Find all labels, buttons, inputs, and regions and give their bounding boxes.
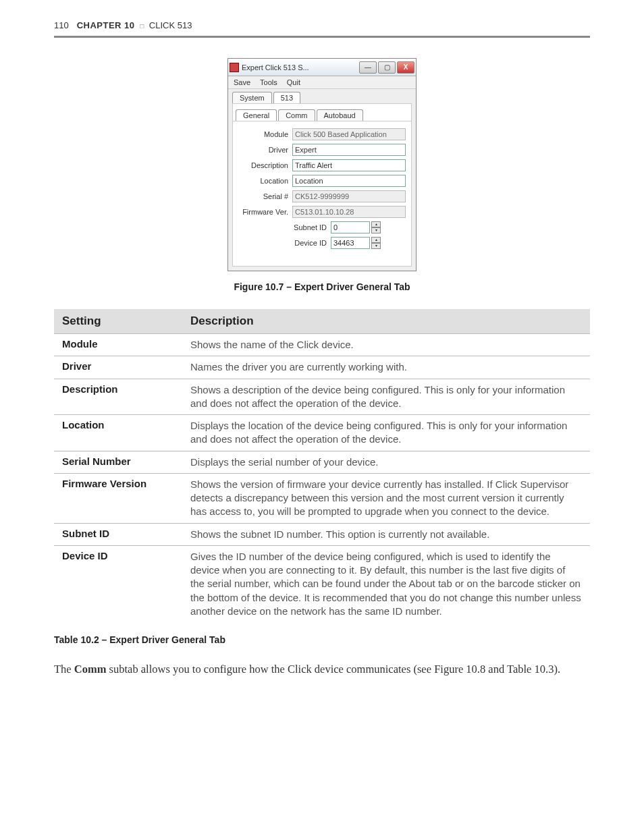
table-row: ModuleShows the name of the Click device… xyxy=(54,334,590,356)
window-buttons: — ▢ X xyxy=(359,61,414,74)
subnet-input[interactable]: 0 xyxy=(331,221,370,233)
table-row: Device IDGives the ID number of the devi… xyxy=(54,545,590,622)
app-icon xyxy=(230,63,239,72)
minimize-button[interactable]: — xyxy=(359,61,377,74)
subnet-down-icon[interactable]: ▾ xyxy=(371,227,381,233)
section-label: CLICK 513 xyxy=(149,20,192,30)
chapter-label: CHAPTER 10 xyxy=(77,20,135,30)
serial-label: Serial # xyxy=(238,192,292,200)
firmware-label: Firmware Ver. xyxy=(238,208,292,216)
page-number: 110 xyxy=(54,20,74,30)
tab-autobaud[interactable]: Autobaud xyxy=(317,109,363,121)
form-area: Module Click 500 Based Application Drive… xyxy=(233,121,411,266)
app-window: Expert Click 513 S... — ▢ X Save Tools Q… xyxy=(227,58,417,271)
firmware-value: C513.01.10.10.28 xyxy=(292,206,406,218)
table-row: DescriptionShows a description of the de… xyxy=(54,379,590,415)
table-row: Firmware VersionShows the version of fir… xyxy=(54,473,590,523)
module-label: Module xyxy=(238,130,292,138)
table-row: DriverNames the driver you are currently… xyxy=(54,356,590,379)
serial-value: CK512-9999999 xyxy=(292,190,406,202)
driver-label: Driver xyxy=(238,146,292,154)
subnet-label: Subnet ID xyxy=(263,223,331,231)
device-up-icon[interactable]: ▴ xyxy=(371,237,381,243)
tab-comm[interactable]: Comm xyxy=(278,109,315,121)
tab-general[interactable]: General xyxy=(236,109,277,121)
device-label: Device ID xyxy=(263,239,331,247)
inner-tab-row: General Comm Autobaud xyxy=(233,107,411,121)
outer-tab-row: System 513 xyxy=(228,89,416,103)
menu-tools[interactable]: Tools xyxy=(260,78,277,86)
page-header: 110 CHAPTER 10 □ CLICK 513 xyxy=(54,20,590,38)
table-row: Subnet IDShows the subnet ID number. Thi… xyxy=(54,523,590,545)
location-label: Location xyxy=(238,177,292,185)
description-input[interactable]: Traffic Alert xyxy=(292,159,406,171)
description-label: Description xyxy=(238,161,292,169)
window-title: Expert Click 513 S... xyxy=(242,63,359,72)
table-caption: Table 10.2 – Expert Driver General Tab xyxy=(54,634,590,645)
device-down-icon[interactable]: ▾ xyxy=(371,243,381,249)
table-row: LocationDisplays the location of the dev… xyxy=(54,415,590,451)
menu-save[interactable]: Save xyxy=(234,78,250,86)
driver-input[interactable]: Expert xyxy=(292,144,406,156)
window-titlebar: Expert Click 513 S... — ▢ X xyxy=(228,59,416,76)
bold-comm: Comm xyxy=(74,663,107,675)
menu-quit[interactable]: Quit xyxy=(287,78,300,86)
module-value: Click 500 Based Application xyxy=(292,128,406,140)
col-setting: Setting xyxy=(54,309,182,334)
col-description: Description xyxy=(182,309,590,334)
maximize-button[interactable]: ▢ xyxy=(378,61,396,74)
menu-bar: Save Tools Quit xyxy=(228,76,416,89)
tab-system[interactable]: System xyxy=(232,92,272,103)
divider-icon: □ xyxy=(140,22,144,30)
figure-wrapper: Expert Click 513 S... — ▢ X Save Tools Q… xyxy=(54,58,590,292)
body-paragraph: The Comm subtab allows you to configure … xyxy=(54,661,590,677)
table-row: Serial NumberDisplays the serial number … xyxy=(54,451,590,473)
close-button[interactable]: X xyxy=(397,61,414,74)
figure-caption: Figure 10.7 – Expert Driver General Tab xyxy=(54,281,590,292)
location-input[interactable]: Location xyxy=(292,175,406,187)
settings-table: Setting Description ModuleShows the name… xyxy=(54,309,590,622)
device-input[interactable]: 34463 xyxy=(331,237,370,249)
tab-513[interactable]: 513 xyxy=(273,92,300,103)
subnet-up-icon[interactable]: ▴ xyxy=(371,221,381,227)
